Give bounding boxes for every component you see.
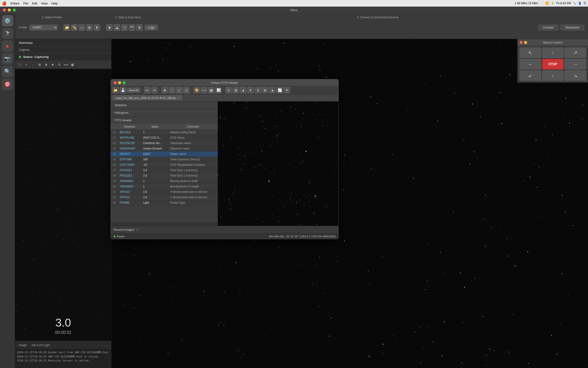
fits-auto-btn[interactable]: 🎨 (193, 87, 200, 93)
filter-button[interactable]: ▽ (121, 24, 128, 31)
connect-button[interactable]: Connect (538, 25, 559, 30)
fits-linear-btn[interactable]: ⟶ (201, 87, 207, 93)
table-row[interactable]: 21 XPIXSZ 3.8 X binned pixel size in mic… (111, 189, 218, 195)
sidebar-icon-guide[interactable]: 🎯 (2, 79, 13, 90)
fits-tab-close[interactable]: ✕ (177, 97, 179, 99)
minus-button[interactable]: — (79, 24, 85, 31)
fits-grid-btn[interactable]: ⊞ (233, 87, 239, 93)
fits-histogram-btn[interactable]: 📈 (276, 87, 283, 93)
fits-header-table[interactable]: Keyword Value Comment 10 BSCALE 1 defaul… (111, 124, 218, 223)
grid-button[interactable]: ⊞ (86, 24, 93, 31)
table-row[interactable]: 16 CCD-TEMP -15 CCD Temperature (Celsius… (111, 162, 218, 168)
fits-max-button[interactable] (123, 81, 126, 84)
fits-zoom-sel-btn[interactable]: ⊕ (161, 87, 168, 93)
pencil-button[interactable]: ✏️ (71, 24, 78, 31)
mount-sw-button[interactable]: ↙ (519, 70, 541, 81)
sidebar-icon-focus[interactable]: 🔍 (2, 66, 13, 77)
mount-s-button[interactable]: ↓ (542, 70, 564, 81)
menu-view[interactable]: View (41, 2, 47, 5)
fits-tab[interactable]: Light_H-a_180_secs_2018-12-21T20-30-57_0… (113, 95, 182, 100)
mount-stop-button[interactable]: STOP (542, 59, 564, 69)
cloud-button[interactable]: ☁ (114, 24, 120, 31)
minimize-button[interactable] (8, 9, 11, 11)
fits-extra-btn[interactable]: ✛ (284, 87, 290, 93)
user-icon[interactable]: 👤 (578, 2, 582, 5)
histogram-header[interactable]: Histogram (111, 109, 218, 116)
zoom-out-btn[interactable]: - (30, 62, 36, 68)
fits-open-btn[interactable]: 📂 (112, 87, 119, 93)
fits-target-btn[interactable]: ⊙ (225, 87, 232, 93)
fits-star-detect-btn[interactable]: ✦ (247, 87, 254, 93)
zoom-in-btn[interactable]: + (24, 62, 29, 68)
mount-ne-button[interactable]: ↗ (564, 47, 586, 58)
table-row[interactable]: 11 INSTRUME ZWO CCD A... CCD Name (111, 135, 218, 141)
sidebar-icon-ekos[interactable]: 🔭 (2, 28, 13, 39)
sidebar-icon-setup[interactable]: ⚙️ (2, 15, 13, 26)
table-row[interactable]: 18 PIXSIZE2 3.8 Pixel Size 2 (microns) (111, 173, 218, 178)
mount-nw-button[interactable]: ↖ (519, 47, 541, 58)
horizontal-scrollbar[interactable] (111, 223, 218, 226)
statistics-header[interactable]: Statistics (111, 101, 218, 109)
import-button[interactable]: ⬆ (94, 24, 100, 31)
menu-file[interactable]: File (23, 2, 28, 5)
fits-min-button[interactable] (118, 81, 121, 84)
settings-button[interactable]: ⚙ (136, 24, 143, 31)
table-row[interactable]: 19 XBINNING 1 Binning factor in width (111, 178, 218, 184)
fits-stretch-btn[interactable]: ▦ (208, 87, 214, 93)
fits-triangle-btn[interactable]: ▲ (240, 87, 246, 93)
table-row[interactable]: 14 OBJECT IC417 Object name (111, 151, 218, 157)
fits-info-btn[interactable]: ℹ (255, 87, 261, 93)
rotate-btn[interactable]: ↻ (56, 62, 62, 68)
table-row[interactable]: 20 YBINNING 1 Binning factor in height (111, 184, 218, 189)
square-button[interactable]: ■ (106, 24, 113, 31)
apple-menu[interactable]: 🍎 (2, 1, 7, 6)
close-button[interactable] (3, 9, 6, 11)
logs-button[interactable]: Logs (145, 25, 158, 30)
crosshair-btn[interactable]: ⊕ (43, 62, 49, 68)
fits-flip-btn[interactable]: ⬡ (183, 87, 190, 93)
maximize-button[interactable] (13, 9, 16, 11)
table-row[interactable]: 13 OBSERVER Andew Burwell Observer name (111, 146, 218, 151)
fits-saveas-btn[interactable]: Save As (127, 88, 140, 93)
open-button[interactable]: 📁 (63, 24, 70, 31)
table-row[interactable]: 23 FRAME Light Frame Type (111, 200, 218, 206)
fits-crop-btn[interactable]: ⬚ (169, 87, 175, 93)
fits-close-button[interactable] (114, 81, 117, 84)
zoom-fit-btn[interactable]: ⬛ (17, 62, 23, 68)
mount-e-button[interactable]: → (564, 59, 586, 69)
grid-view-btn[interactable]: ⊞ (37, 62, 42, 68)
sidebar-icon-capture[interactable]: 📷 (2, 53, 13, 64)
hist-btn[interactable]: ▦ (70, 62, 75, 68)
menu-edit[interactable]: Edit (32, 2, 37, 5)
fits-save-btn[interactable]: 💾 (120, 87, 126, 93)
sidebar-icon-align[interactable]: 🔺 (2, 40, 13, 52)
menu-extra-icon[interactable]: ☰ (584, 2, 586, 5)
profile-select[interactable]: AT6RC (29, 25, 58, 30)
fits-expand-btn[interactable]: ⤢ (176, 87, 183, 93)
table-row[interactable]: 22 YPIXSZ 3.8 Y binned pixel size in mic… (111, 195, 218, 200)
mount-se-button[interactable]: ↘ (564, 70, 586, 81)
fits-clip-btn[interactable]: ▲ (269, 87, 276, 93)
fits-stats-btn[interactable]: 📊 (215, 87, 222, 93)
table-row[interactable]: 10 BSCALE 1 default scaling factor (111, 130, 218, 135)
table-row[interactable]: 15 EXPTIME 180 Total Exposure Time (s) (111, 157, 218, 162)
menu-help[interactable]: Help (51, 2, 58, 5)
disconnect-button[interactable]: Disconnect (561, 25, 584, 30)
row-value: Celestron Ne... (141, 141, 168, 146)
recent-images-bar[interactable]: Recent Images ▼ (111, 226, 338, 233)
table-row[interactable]: 17 PIXSIZE1 3.8 Pixel Size 1 (microns) (111, 168, 218, 173)
camera-button[interactable]: 📷 (129, 24, 135, 31)
fits-redo-btn[interactable]: ↪ (151, 87, 158, 93)
mount-close-button[interactable] (519, 41, 523, 44)
star-btn[interactable]: ★ (50, 62, 55, 68)
mount-n-button[interactable]: ↑ (542, 47, 564, 58)
fits-undo-btn[interactable]: ↩ (144, 87, 150, 93)
mount-w-button[interactable]: ← (519, 59, 541, 69)
search-icon[interactable]: 🔍 (573, 2, 576, 5)
fits-crosshair-btn[interactable]: ⊕ (262, 87, 268, 93)
menu-kstars[interactable]: KStars (10, 2, 19, 5)
mirror-btn[interactable]: ⟺ (63, 62, 69, 68)
table-row[interactable]: 12 TELESCOP Celestron Ne... Telescope na… (111, 141, 218, 146)
mount-min-button[interactable] (524, 41, 527, 44)
fits-header-label[interactable]: FITS Header (111, 117, 218, 124)
